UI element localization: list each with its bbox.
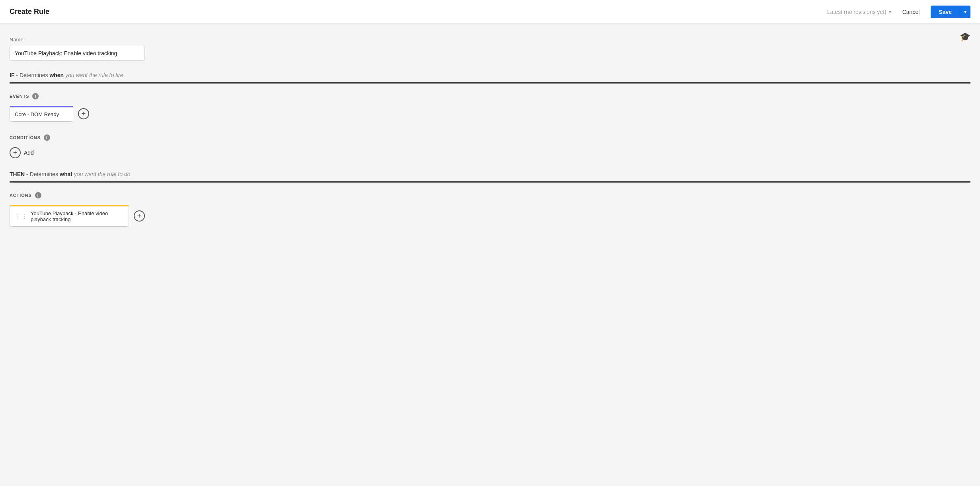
events-label-row: EVENTS i xyxy=(10,93,970,99)
action-card-row: ⋮⋮ YouTube Playback - Enable video playb… xyxy=(10,205,970,227)
if-desc-rest: you want the rule to fire xyxy=(64,72,123,78)
if-section: IF - Determines when you want the rule t… xyxy=(10,72,970,84)
events-area: EVENTS i Core - DOM Ready + xyxy=(10,93,970,122)
actions-area: ACTIONS i ⋮⋮ YouTube Playback - Enable v… xyxy=(10,192,970,227)
add-event-button[interactable]: + xyxy=(78,108,89,119)
conditions-label-row: CONDITIONS i xyxy=(10,134,970,141)
revision-selector[interactable]: Latest (no revisions yet) ▾ xyxy=(827,9,891,15)
if-header: IF - Determines when you want the rule t… xyxy=(10,72,970,78)
name-section: Name xyxy=(10,37,970,61)
events-label: EVENTS xyxy=(10,94,29,99)
save-dropdown-button[interactable]: ▾ xyxy=(960,6,970,18)
revision-chevron-icon: ▾ xyxy=(889,9,891,15)
save-button-group: Save ▾ xyxy=(931,6,970,18)
then-section: THEN - Determines what you want the rule… xyxy=(10,171,970,183)
graduation-icon: 🎓 xyxy=(960,32,970,42)
actions-info-icon[interactable]: i xyxy=(35,192,41,198)
page-title: Create Rule xyxy=(10,8,49,16)
action-card[interactable]: ⋮⋮ YouTube Playback - Enable video playb… xyxy=(10,205,129,227)
main-content: 🎓 Name IF - Determines when you want the… xyxy=(0,24,980,486)
add-condition-button[interactable]: + xyxy=(10,147,21,158)
conditions-info-icon[interactable]: i xyxy=(44,134,50,141)
actions-label: ACTIONS xyxy=(10,193,32,198)
page-header: Create Rule Latest (no revisions yet) ▾ … xyxy=(0,0,980,24)
then-desc-italic: - Determines xyxy=(25,171,60,177)
drag-handle-icon: ⋮⋮ xyxy=(15,213,27,220)
add-condition-row[interactable]: + Add xyxy=(10,147,970,158)
event-card-row: Core - DOM Ready + xyxy=(10,106,970,122)
if-prefix: IF xyxy=(10,72,14,78)
if-divider xyxy=(10,82,970,84)
revision-label: Latest (no revisions yet) xyxy=(827,9,886,15)
if-when-bold: when xyxy=(49,72,64,78)
add-action-button[interactable]: + xyxy=(134,210,145,222)
if-desc-italic: - Determines xyxy=(14,72,49,78)
then-divider xyxy=(10,181,970,183)
then-prefix: THEN xyxy=(10,171,25,177)
actions-label-row: ACTIONS i xyxy=(10,192,970,198)
events-info-icon[interactable]: i xyxy=(32,93,39,99)
then-header: THEN - Determines what you want the rule… xyxy=(10,171,970,177)
add-condition-label: Add xyxy=(24,150,34,156)
save-button[interactable]: Save xyxy=(931,6,960,18)
header-actions: Latest (no revisions yet) ▾ Cancel Save … xyxy=(827,6,970,18)
conditions-area: CONDITIONS i + Add xyxy=(10,134,970,158)
event-card-label: Core - DOM Ready xyxy=(15,111,59,117)
name-input[interactable] xyxy=(10,46,145,61)
event-card[interactable]: Core - DOM Ready xyxy=(10,106,73,122)
name-label: Name xyxy=(10,37,970,43)
then-what-bold: what xyxy=(60,171,72,177)
conditions-label: CONDITIONS xyxy=(10,135,41,140)
cancel-button[interactable]: Cancel xyxy=(898,6,925,18)
save-dropdown-chevron-icon: ▾ xyxy=(964,9,966,15)
action-card-label: YouTube Playback - Enable video playback… xyxy=(31,210,124,222)
then-desc-rest: you want the rule to do xyxy=(72,171,131,177)
